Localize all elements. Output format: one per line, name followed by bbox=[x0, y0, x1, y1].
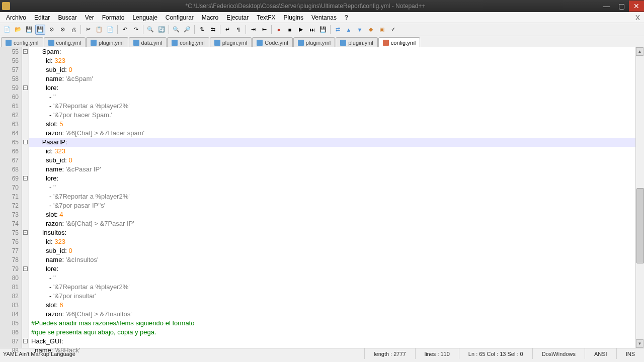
editor[interactable]: 5556575859606162636465666768697071727374… bbox=[0, 47, 644, 348]
menu-close-doc[interactable]: X bbox=[631, 12, 644, 23]
show-chars-icon[interactable]: ¶ bbox=[233, 25, 244, 35]
save-all-icon[interactable]: 💾 bbox=[35, 25, 45, 35]
menu-config[interactable]: Configurar bbox=[162, 13, 198, 23]
menu-textfx[interactable]: TextFX bbox=[253, 13, 279, 23]
tab-label: config.yml bbox=[56, 40, 82, 46]
app-icon bbox=[2, 2, 10, 10]
undo-icon[interactable]: ↶ bbox=[120, 25, 130, 35]
fold-column[interactable]: −−−−−−− bbox=[22, 47, 29, 348]
file-tab[interactable]: config.yml bbox=[378, 37, 421, 47]
tab-label: data.yml bbox=[141, 40, 163, 46]
sync-h-icon[interactable]: ⇆ bbox=[208, 25, 218, 35]
file-tab[interactable]: plugin.yml bbox=[293, 37, 336, 47]
file-tab[interactable]: Code.yml bbox=[252, 37, 292, 47]
copy-icon[interactable]: 📋 bbox=[94, 25, 104, 35]
spell-icon[interactable]: ✓ bbox=[388, 25, 398, 35]
next-diff-icon[interactable]: ◆ bbox=[366, 25, 376, 35]
new-icon[interactable]: 📄 bbox=[2, 25, 12, 35]
stop-icon[interactable]: ■ bbox=[285, 25, 295, 35]
file-icon bbox=[133, 40, 139, 46]
tab-label: plugin.yml bbox=[348, 40, 373, 46]
menu-file[interactable]: Archivo bbox=[2, 13, 30, 23]
outdent-icon[interactable]: ⇤ bbox=[259, 25, 269, 35]
print-icon[interactable]: 🖨 bbox=[68, 25, 78, 35]
tab-label: config.yml bbox=[14, 40, 39, 46]
file-icon bbox=[383, 40, 389, 46]
menu-edit[interactable]: Editar bbox=[30, 13, 54, 23]
record-icon[interactable]: ● bbox=[274, 25, 284, 35]
indent-icon[interactable]: ⇥ bbox=[248, 25, 258, 35]
wrap-icon[interactable]: ↵ bbox=[222, 25, 232, 35]
file-tab[interactable]: plugin.yml bbox=[336, 37, 378, 47]
replace-icon[interactable]: 🔄 bbox=[156, 25, 167, 35]
find-icon[interactable]: 🔍 bbox=[145, 25, 155, 35]
file-tab[interactable]: plugin.yml bbox=[86, 37, 128, 47]
tab-label: config.yml bbox=[180, 40, 205, 46]
file-icon bbox=[48, 40, 54, 46]
close-all-icon[interactable]: ⊗ bbox=[57, 25, 67, 35]
file-icon bbox=[298, 40, 304, 46]
menu-lang[interactable]: Lenguaje bbox=[128, 13, 161, 23]
file-tab[interactable]: config.yml bbox=[1, 37, 43, 47]
file-tab[interactable]: data.yml bbox=[129, 37, 167, 47]
menu-macro[interactable]: Macro bbox=[198, 13, 222, 23]
play-multi-icon[interactable]: ⏭ bbox=[307, 25, 317, 35]
compare-icon[interactable]: ⇄ bbox=[333, 25, 343, 35]
menu-format[interactable]: Formato bbox=[98, 13, 129, 23]
scroll-down-icon[interactable]: ▼ bbox=[636, 339, 643, 348]
scroll-up-icon[interactable]: ▲ bbox=[636, 47, 643, 56]
play-icon[interactable]: ▶ bbox=[296, 25, 306, 35]
file-tab[interactable]: config.yml bbox=[167, 37, 209, 47]
line-numbers: 5556575859606162636465666768697071727374… bbox=[0, 47, 22, 348]
menu-search[interactable]: Buscar bbox=[54, 13, 80, 23]
menu-view[interactable]: Ver bbox=[81, 13, 98, 23]
tabbar: config.ymlconfig.ymlplugin.ymldata.ymlco… bbox=[0, 36, 644, 47]
tab-label: plugin.yml bbox=[306, 40, 331, 46]
maximize-button[interactable]: ▢ bbox=[614, 1, 629, 12]
tab-label: plugin.yml bbox=[222, 40, 248, 46]
tab-label: config.yml bbox=[391, 40, 416, 46]
open-icon[interactable]: 📂 bbox=[13, 25, 23, 35]
file-tab[interactable]: config.yml bbox=[44, 37, 86, 47]
tab-label: plugin.yml bbox=[99, 40, 124, 46]
file-icon bbox=[340, 40, 346, 46]
menu-run[interactable]: Ejecutar bbox=[222, 13, 253, 23]
vertical-scrollbar[interactable]: ▲ ▼ bbox=[635, 47, 644, 348]
redo-icon[interactable]: ↷ bbox=[131, 25, 141, 35]
zoom-in-icon[interactable]: 🔍 bbox=[171, 25, 181, 35]
zoom-out-icon[interactable]: 🔎 bbox=[182, 25, 192, 35]
last-diff-icon[interactable]: ▣ bbox=[377, 25, 387, 35]
close-button[interactable]: ✕ bbox=[629, 1, 644, 12]
file-icon bbox=[172, 40, 178, 46]
window-title: *C:\Users\Federico\Desktop\Cosas\Server\… bbox=[12, 3, 599, 10]
file-icon bbox=[214, 40, 220, 46]
scroll-thumb[interactable] bbox=[636, 188, 644, 263]
tab-label: Code.yml bbox=[265, 40, 288, 46]
titlebar: *C:\Users\Federico\Desktop\Cosas\Server\… bbox=[0, 0, 644, 12]
prev-diff-icon[interactable]: ▼ bbox=[355, 25, 365, 35]
code-area[interactable]: Spam: id: 323 sub_id: 0 name: '&cSpam' l… bbox=[29, 47, 644, 348]
save-icon[interactable]: 💾 bbox=[24, 25, 34, 35]
file-icon bbox=[257, 40, 263, 46]
save-macro-icon[interactable]: 💾 bbox=[318, 25, 328, 35]
minimize-button[interactable]: — bbox=[599, 1, 614, 12]
paste-icon[interactable]: 📄 bbox=[105, 25, 115, 35]
file-icon bbox=[91, 40, 97, 46]
file-tab[interactable]: plugin.yml bbox=[210, 37, 252, 47]
menu-plugins[interactable]: Plugins bbox=[280, 13, 307, 23]
menu-help[interactable]: ? bbox=[341, 13, 352, 23]
toolbar: 📄 📂 💾 💾 ⊘ ⊗ 🖨 ✂ 📋 📄 ↶ ↷ 🔍 🔄 🔍 🔎 ⇅ ⇆ ↵ ¶ … bbox=[0, 23, 644, 36]
cut-icon[interactable]: ✂ bbox=[83, 25, 93, 35]
sync-v-icon[interactable]: ⇅ bbox=[197, 25, 207, 35]
file-icon bbox=[6, 40, 12, 46]
menubar: Archivo Editar Buscar Ver Formato Lengua… bbox=[0, 12, 644, 23]
first-diff-icon[interactable]: ▲ bbox=[344, 25, 354, 35]
close-file-icon[interactable]: ⊘ bbox=[46, 25, 56, 35]
menu-windows[interactable]: Ventanas bbox=[307, 13, 341, 23]
